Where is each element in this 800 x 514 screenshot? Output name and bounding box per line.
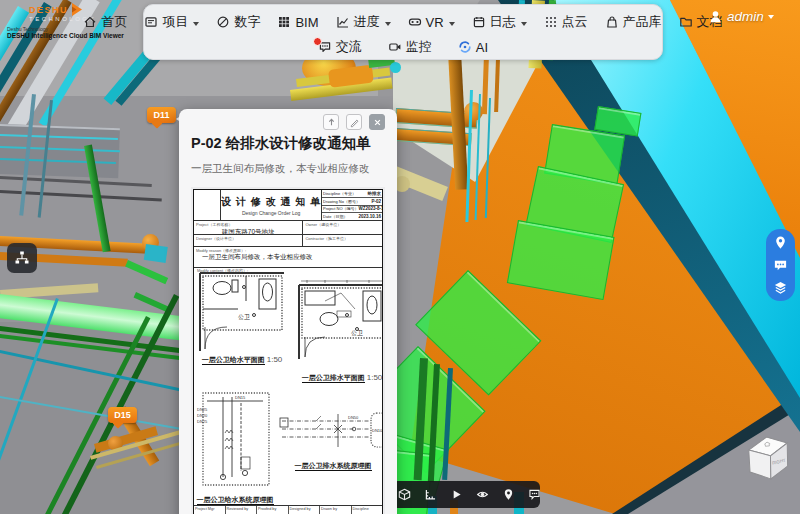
pipe-elbow — [390, 62, 401, 73]
chevron-down-icon — [521, 22, 527, 29]
home-icon — [83, 15, 97, 29]
meta-label: Discipline（专业） — [323, 191, 356, 196]
nav-product-library[interactable]: 产品库 — [605, 13, 662, 31]
design-change-order-document: 设 计 修 改 通 知 单 Design Change Order Log Di… — [193, 189, 383, 514]
nav-monitor[interactable]: 监控 — [388, 38, 432, 56]
user-menu[interactable]: admin — [708, 9, 774, 24]
nav-label: 产品库 — [623, 13, 662, 31]
water-supply-schematic-drawing: DN25 DN20 DN25 DN15 — [195, 387, 275, 492]
doc-reason-row: Modify reason（修改原因）: 一层卫生间布局修改，本专业相应修改 — [194, 247, 382, 268]
nav-label: AI — [476, 40, 488, 55]
measure-ruler-icon[interactable] — [424, 488, 437, 501]
chevron-down-icon — [385, 22, 391, 29]
meta-value: 2023.10.16 — [358, 214, 381, 219]
doc-designer-row: Designer（设计单位） Contractor（施工单位） — [194, 235, 382, 247]
nav-pointcloud[interactable]: 点云 — [544, 13, 588, 31]
marker-label: D11 — [153, 110, 169, 120]
drawing-caption: 一层公卫给水平面图1:50 — [194, 355, 290, 365]
nav-project[interactable]: 项目 — [144, 13, 199, 31]
pipe-size-label: DN20 — [197, 413, 208, 418]
water-supply-plan-drawing: 公卫 — [196, 271, 288, 353]
nav-label: 数字 — [234, 13, 260, 31]
chat-icon-wrap — [318, 40, 332, 54]
nav-label: 点云 — [562, 13, 588, 31]
nav-digital[interactable]: 数字 — [216, 13, 260, 31]
view-cube[interactable]: RIGHT — [742, 432, 796, 494]
close-icon — [372, 117, 383, 128]
signature-cell: Designed by — [289, 506, 321, 514]
navbar-row-1: 首页 项目 数字 BIM 进度 VR — [144, 8, 662, 36]
meta-label: Project NO（编号） — [323, 206, 359, 211]
pipe-size-label: DN15 — [235, 395, 246, 400]
comment-icon[interactable] — [773, 258, 788, 273]
visibility-eye-icon[interactable] — [476, 488, 489, 501]
meta-value: WZ2023-8-10 — [359, 206, 382, 211]
nav-label: 交流 — [336, 38, 362, 56]
nav-label: BIM — [295, 15, 318, 30]
meta-value: 给排水 — [368, 191, 382, 196]
nav-home[interactable]: 首页 — [83, 13, 127, 31]
pipe-size-label: DN25 — [197, 419, 208, 424]
layers-icon[interactable] — [773, 280, 788, 295]
edit-button[interactable] — [346, 114, 362, 130]
field-label: Project（工程名称） — [196, 222, 232, 227]
signature-cell: Project Mgr — [194, 506, 226, 514]
document-preview[interactable]: 设 计 修 改 通 知 单 Design Change Order Log Di… — [191, 187, 385, 514]
doc-title-en: Design Change Order Log — [242, 210, 300, 216]
marker-label: D15 — [114, 410, 131, 420]
view-cube-icon: RIGHT — [739, 429, 799, 492]
top-navbar: 首页 项目 数字 BIM 进度 VR — [143, 4, 663, 60]
progress-chart-icon — [336, 15, 350, 29]
room-label: 公卫 — [351, 329, 363, 336]
model-tree-button[interactable] — [7, 243, 37, 273]
nav-chat[interactable]: 交流 — [318, 38, 362, 56]
panel-actions — [191, 114, 385, 131]
nav-log[interactable]: 日志 — [472, 13, 527, 31]
doc-project-row: Project（工程名称）建国东路70号地块 Owner（建设单位） — [194, 221, 382, 235]
nav-bim[interactable]: BIM — [277, 15, 318, 30]
nav-label: 监控 — [406, 38, 432, 56]
bottom-toolbar — [388, 481, 540, 508]
comment-bubble-icon[interactable] — [528, 488, 541, 501]
drawing-caption: 一层公卫排水平面图1:50 — [292, 373, 382, 383]
drainage-schematic-drawing: DN50 DN100 — [276, 409, 382, 455]
cube-icon[interactable] — [398, 488, 411, 501]
log-calendar-icon — [472, 15, 486, 29]
locate-pin-icon[interactable] — [773, 235, 788, 250]
doc-drawings-area: Modify content（修改内容）: — [194, 268, 382, 514]
chevron-down-icon — [193, 22, 199, 29]
nav-ai[interactable]: AI — [458, 40, 488, 55]
meta-label: Date（日期） — [323, 214, 347, 219]
drawing-caption: 一层公卫排水系统原理图 — [278, 461, 382, 471]
navbar-row-2: 交流 监控 AI — [144, 36, 662, 58]
monitor-camera-icon — [388, 40, 402, 54]
pipe-size-label: DN100 — [372, 428, 382, 433]
panel-title: P-02 给排水设计修改通知单 — [191, 134, 385, 153]
nav-progress[interactable]: 进度 — [336, 13, 391, 31]
close-button[interactable] — [369, 114, 385, 130]
vr-goggles-icon — [408, 15, 422, 29]
drawing-caption: 一层公卫给水系统原理图 — [194, 495, 278, 505]
bim-3d-viewport[interactable] — [0, 0, 800, 514]
field-label: Contractor（施工单位） — [305, 236, 348, 241]
upload-button[interactable] — [323, 114, 339, 130]
model-tree-icon — [14, 250, 30, 266]
doc-title-cell: 设 计 修 改 通 知 单 Design Change Order Log — [221, 190, 321, 220]
user-avatar-icon — [708, 9, 723, 24]
nav-label: VR — [426, 15, 444, 30]
project-icon — [144, 15, 158, 29]
pipe-size-label: DN50 — [348, 415, 359, 420]
drainage-plan-drawing: 公卫 — [295, 279, 382, 361]
doc-logo-cell — [194, 190, 221, 220]
panel-subtitle: 一层卫生间布局修改，本专业相应修改 — [191, 162, 385, 176]
document-folder-icon — [679, 15, 693, 29]
doc-header: 设 计 修 改 通 知 单 Design Change Order Log Di… — [194, 190, 382, 221]
nav-vr[interactable]: VR — [408, 15, 455, 30]
field-label: Owner（建设单位） — [305, 222, 341, 227]
issue-marker-d15[interactable]: D15 — [108, 407, 137, 423]
signature-cell: Discipline — [352, 506, 383, 514]
play-icon[interactable] — [450, 488, 463, 501]
right-toolbar — [766, 229, 795, 301]
pointcloud-icon — [544, 15, 558, 29]
location-pin-icon[interactable] — [502, 488, 515, 501]
